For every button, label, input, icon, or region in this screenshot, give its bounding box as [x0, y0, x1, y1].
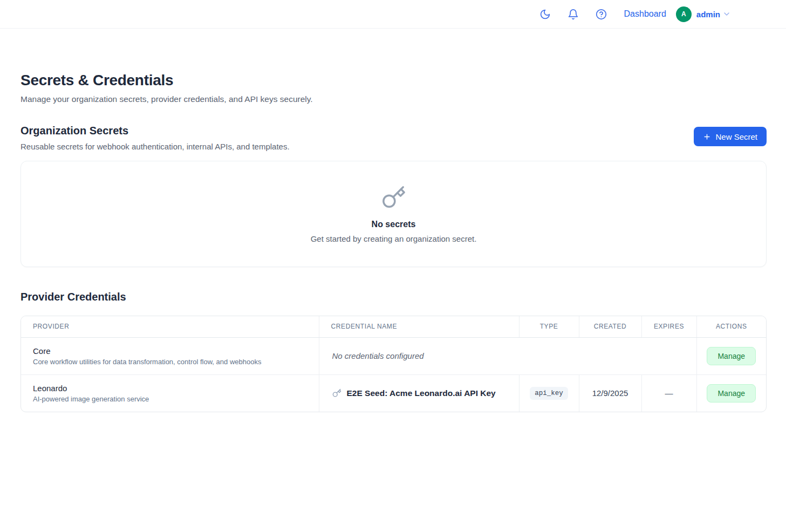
help-button[interactable] [595, 8, 608, 21]
column-header-type: TYPE [519, 316, 579, 337]
provider-description: AI-powered image generation service [33, 395, 309, 403]
empty-state-message: Get started by creating an organization … [311, 234, 477, 243]
org-secrets-heading: Organization Secrets [20, 125, 290, 137]
key-icon [381, 185, 406, 212]
created-cell: 12/9/2025 [579, 374, 641, 412]
topbar: Dashboard A admin [0, 0, 786, 29]
column-header-created: CREATED [579, 316, 641, 337]
column-header-credential-name: CREDENTIAL NAME [319, 316, 519, 337]
provider-name: Core [33, 346, 309, 356]
no-credentials-text: No credentials configured [332, 351, 424, 360]
column-header-actions: ACTIONS [696, 316, 766, 337]
key-icon [332, 388, 341, 398]
org-secrets-description: Reusable secrets for webhook authenticat… [20, 142, 290, 151]
provider-cell: Leonardo AI-powered image generation ser… [21, 374, 319, 412]
dashboard-link[interactable]: Dashboard [624, 9, 666, 19]
empty-state-title: No secrets [372, 220, 416, 229]
help-icon [596, 9, 607, 20]
actions-cell: Manage [696, 337, 766, 374]
provider-name: Leonardo [33, 384, 309, 393]
column-header-provider: PROVIDER [21, 316, 319, 337]
new-secret-button[interactable]: New Secret [694, 127, 767, 146]
main-content: Secrets & Credentials Manage your organi… [0, 29, 786, 412]
manage-button[interactable]: Manage [707, 347, 756, 365]
credential-name: E2E Seed: Acme Leonardo.ai API Key [347, 388, 496, 398]
expires-value: — [665, 388, 673, 398]
page-title: Secrets & Credentials [20, 72, 767, 89]
bell-icon [568, 9, 579, 20]
expires-cell: — [641, 374, 696, 412]
dark-mode-toggle[interactable] [539, 8, 552, 21]
manage-button[interactable]: Manage [707, 384, 756, 403]
user-name: admin [696, 10, 720, 19]
plus-icon [703, 133, 711, 141]
avatar: A [676, 6, 692, 22]
table-header-row: PROVIDER CREDENTIAL NAME TYPE CREATED EX… [21, 316, 766, 337]
actions-cell: Manage [696, 374, 766, 412]
org-secrets-section-header: Organization Secrets Reusable secrets fo… [20, 125, 767, 151]
provider-description: Core workflow utilities for data transfo… [33, 358, 309, 366]
provider-cell: Core Core workflow utilities for data tr… [21, 337, 319, 374]
credential-cell: E2E Seed: Acme Leonardo.ai API Key [319, 374, 519, 412]
column-header-expires: EXPIRES [641, 316, 696, 337]
provider-credentials-table: PROVIDER CREDENTIAL NAME TYPE CREATED EX… [20, 316, 767, 412]
notifications-button[interactable] [567, 8, 580, 21]
table-row-core: Core Core workflow utilities for data tr… [21, 337, 766, 374]
type-cell: api_key [519, 374, 579, 412]
chevron-down-icon [722, 10, 731, 18]
provider-credentials-heading: Provider Credentials [20, 291, 767, 303]
table-row-leonardo: Leonardo AI-powered image generation ser… [21, 374, 766, 412]
new-secret-button-label: New Secret [715, 132, 757, 141]
user-menu[interactable]: A admin [676, 6, 731, 22]
moon-icon [539, 9, 551, 20]
org-secrets-empty-state: No secrets Get started by creating an or… [20, 161, 767, 267]
page-subtitle: Manage your organization secrets, provid… [20, 94, 767, 104]
type-badge: api_key [530, 387, 568, 400]
credential-cell: No credentials configured [319, 337, 696, 374]
created-date: 12/9/2025 [592, 388, 628, 398]
